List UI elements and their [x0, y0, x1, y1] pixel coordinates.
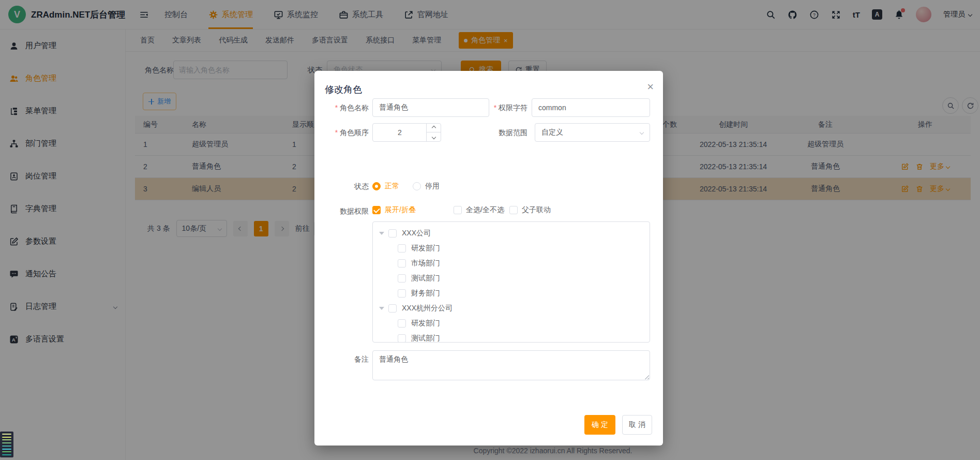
- role-name-field-label: 角色名称: [314, 98, 369, 117]
- role-sort-field-label: 角色顺序: [314, 123, 369, 142]
- role-sort-stepper[interactable]: 2: [372, 123, 441, 142]
- role-key-field[interactable]: [532, 98, 650, 117]
- select-all-checkbox[interactable]: 全选/全不选: [454, 205, 504, 215]
- remark-textarea[interactable]: 普通角色: [372, 350, 650, 380]
- remark-field-label: 备注: [314, 353, 369, 365]
- decrement-button[interactable]: [427, 132, 441, 141]
- tree-node[interactable]: 市场部门: [373, 256, 650, 271]
- parent-child-link-checkbox[interactable]: 父子联动: [509, 205, 551, 215]
- caret-down-icon[interactable]: [379, 232, 384, 238]
- close-icon[interactable]: ×: [647, 81, 654, 93]
- checkbox-checked-icon: [372, 206, 381, 214]
- checkbox-icon: [454, 206, 462, 214]
- radio-disabled[interactable]: 停用: [413, 182, 440, 191]
- edit-role-dialog: 修改角色 × 角色名称 权限字符 角色顺序 2 数据范围 自定义 状态 正常 停…: [314, 71, 663, 446]
- chevron-down-icon: [640, 130, 644, 135]
- radio-unchecked-icon: [413, 182, 421, 190]
- chevron-up-icon: [431, 126, 435, 130]
- radio-checked-icon: [372, 182, 381, 190]
- tree-node[interactable]: 财务部门: [373, 286, 650, 301]
- tree-checkbox[interactable]: [398, 274, 406, 283]
- increment-button[interactable]: [427, 124, 441, 132]
- dialog-title: 修改角色: [325, 83, 362, 96]
- status-field-label: 状态: [314, 177, 369, 196]
- data-scope-field-label: 数据范围: [470, 123, 527, 142]
- cancel-button[interactable]: 取 消: [622, 415, 652, 435]
- department-tree: XXX公司 研发部门 市场部门 测试部门 财务部门 XXX杭州分公司 研发部门: [372, 221, 650, 343]
- tree-checkbox[interactable]: [388, 304, 397, 313]
- tree-checkbox[interactable]: [398, 259, 406, 268]
- tree-node[interactable]: 研发部门: [373, 241, 650, 256]
- confirm-button[interactable]: 确 定: [584, 415, 615, 435]
- perf-monitor-widget[interactable]: [0, 432, 13, 457]
- checkbox-icon: [509, 206, 518, 214]
- data-scope-select[interactable]: 自定义: [535, 123, 650, 142]
- role-key-field-label: 权限字符: [470, 98, 527, 117]
- tree-checkbox[interactable]: [398, 334, 406, 343]
- data-permission-label: 数据权限: [314, 202, 369, 220]
- tree-node[interactable]: 测试部门: [373, 331, 650, 343]
- tree-node[interactable]: 测试部门: [373, 271, 650, 286]
- tree-checkbox[interactable]: [398, 289, 406, 298]
- radio-normal[interactable]: 正常: [372, 182, 399, 191]
- caret-down-icon[interactable]: [379, 307, 384, 313]
- tree-node[interactable]: 研发部门: [373, 316, 650, 331]
- tree-node[interactable]: XXX公司: [373, 226, 650, 241]
- tree-node[interactable]: XXX杭州分公司: [373, 301, 650, 316]
- tree-option-checkboxes: 展开/折叠 全选/全不选 父子联动: [372, 205, 650, 217]
- expand-collapse-checkbox[interactable]: 展开/折叠: [372, 205, 416, 215]
- tree-checkbox[interactable]: [388, 229, 397, 238]
- chevron-down-icon: [431, 135, 435, 139]
- tree-checkbox[interactable]: [398, 244, 406, 253]
- status-radio-group: 正常 停用: [372, 181, 440, 192]
- tree-checkbox[interactable]: [398, 319, 406, 328]
